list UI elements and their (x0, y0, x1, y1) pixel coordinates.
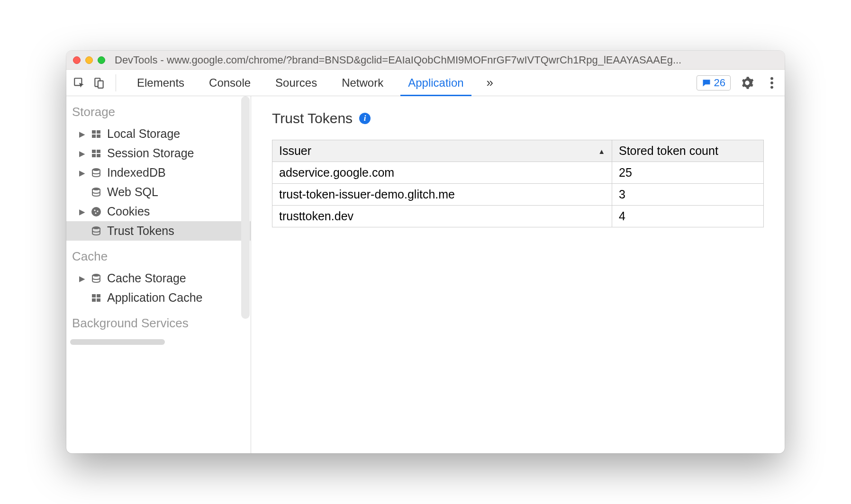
svg-point-17 (94, 209, 95, 211)
tab-application[interactable]: Application (396, 70, 476, 96)
cell-count: 3 (612, 184, 764, 206)
svg-point-4 (770, 81, 773, 84)
sort-caret-icon: ▲ (598, 147, 605, 155)
tabs-overflow-icon[interactable]: » (480, 75, 500, 90)
sidebar-item-cookies[interactable]: ▸Cookies (66, 202, 251, 221)
db-icon (90, 167, 102, 179)
messages-count: 26 (714, 77, 725, 89)
traffic-lights (73, 56, 105, 64)
sidebar-item-label: Session Storage (107, 146, 194, 160)
main-area: Storage▸Local Storage▸Session Storage▸In… (66, 96, 785, 453)
sidebar-section-title: Cache (66, 241, 251, 269)
maximize-window-button[interactable] (98, 56, 105, 64)
column-header[interactable]: Issuer▲ (272, 140, 612, 162)
sidebar-h-scroll[interactable] (70, 339, 247, 348)
cell-issuer: trusttoken.dev (272, 206, 612, 227)
cell-count: 4 (612, 206, 764, 227)
svg-point-15 (92, 188, 100, 190)
messages-badge[interactable]: 26 (697, 75, 731, 90)
panel-content: Trust Tokens i Issuer▲Stored token count… (251, 96, 785, 453)
titlebar: DevTools - www.google.com/chrome/?brand=… (66, 51, 785, 70)
cell-issuer: adservice.google.com (272, 162, 612, 184)
toolbar-separator (116, 74, 116, 91)
column-header[interactable]: Stored token count (612, 140, 764, 162)
svg-rect-25 (97, 298, 100, 302)
sidebar-item-session-storage[interactable]: ▸Session Storage (66, 144, 251, 163)
svg-rect-13 (97, 154, 100, 157)
message-icon (702, 78, 711, 88)
sidebar-item-web-sql[interactable]: Web SQL (66, 182, 251, 202)
device-toggle-icon[interactable] (91, 75, 107, 91)
svg-point-3 (770, 77, 773, 80)
svg-point-20 (92, 226, 100, 229)
table-row[interactable]: trusttoken.dev4 (272, 206, 764, 227)
expand-arrow-icon: ▸ (79, 205, 85, 218)
cell-count: 25 (612, 162, 764, 184)
sidebar-item-label: Cache Storage (107, 271, 186, 285)
sidebar-item-label: Local Storage (107, 127, 180, 141)
more-menu-icon[interactable] (764, 75, 780, 91)
expand-arrow-icon: ▸ (79, 146, 85, 160)
expand-arrow-icon: ▸ (79, 127, 85, 141)
svg-rect-24 (92, 298, 96, 302)
svg-rect-2 (98, 81, 103, 88)
devtools-window: DevTools - www.google.com/chrome/?brand=… (66, 51, 785, 453)
sidebar-scrollbar[interactable] (241, 96, 250, 319)
sidebar-item-cache-storage[interactable]: ▸Cache Storage (66, 269, 251, 288)
tab-network[interactable]: Network (329, 70, 396, 96)
info-icon[interactable]: i (359, 113, 371, 124)
svg-rect-23 (97, 294, 100, 297)
expand-arrow-icon: ▸ (79, 271, 85, 285)
svg-rect-10 (92, 150, 96, 153)
svg-point-21 (92, 274, 100, 277)
table-icon (90, 147, 102, 160)
sidebar-item-label: Application Cache (107, 291, 203, 305)
db-icon (90, 225, 102, 237)
table-row[interactable]: adservice.google.com25 (272, 162, 764, 184)
svg-rect-9 (97, 135, 100, 138)
svg-rect-6 (92, 130, 96, 134)
tab-sources[interactable]: Sources (263, 70, 329, 96)
sidebar-section-title: Background Services (66, 307, 251, 335)
sidebar-item-label: Trust Tokens (107, 224, 174, 238)
tab-console[interactable]: Console (197, 70, 263, 96)
svg-rect-12 (92, 154, 96, 157)
svg-point-14 (92, 168, 100, 171)
panel-tabs: ElementsConsoleSourcesNetworkApplication (125, 70, 476, 96)
inspect-element-icon[interactable] (71, 75, 87, 91)
table-icon (90, 292, 102, 304)
sidebar-item-label: Cookies (107, 205, 150, 218)
close-window-button[interactable] (73, 56, 81, 64)
panel-title: Trust Tokens (272, 110, 353, 126)
svg-rect-7 (97, 130, 100, 134)
svg-point-5 (770, 86, 773, 89)
sidebar: Storage▸Local Storage▸Session Storage▸In… (66, 96, 251, 453)
minimize-window-button[interactable] (85, 56, 93, 64)
panel-title-row: Trust Tokens i (272, 110, 764, 126)
svg-point-16 (91, 207, 101, 216)
window-title: DevTools - www.google.com/chrome/?brand=… (115, 54, 778, 66)
db-icon (90, 272, 102, 285)
table-row[interactable]: trust-token-issuer-demo.glitch.me3 (272, 184, 764, 206)
sidebar-item-trust-tokens[interactable]: Trust Tokens (66, 221, 251, 241)
svg-rect-8 (92, 135, 96, 138)
sidebar-section-title: Storage (66, 96, 251, 124)
sidebar-item-indexeddb[interactable]: ▸IndexedDB (66, 163, 251, 182)
expand-arrow-icon: ▸ (79, 166, 85, 180)
tab-elements[interactable]: Elements (125, 70, 197, 96)
svg-point-18 (97, 210, 98, 212)
sidebar-item-label: IndexedDB (107, 166, 166, 180)
devtools-toolbar: ElementsConsoleSourcesNetworkApplication… (66, 70, 785, 96)
sidebar-item-local-storage[interactable]: ▸Local Storage (66, 124, 251, 144)
cell-issuer: trust-token-issuer-demo.glitch.me (272, 184, 612, 206)
settings-gear-icon[interactable] (739, 75, 755, 91)
table-icon (90, 128, 102, 140)
toolbar-right: 26 (697, 75, 780, 91)
sidebar-item-label: Web SQL (107, 185, 158, 199)
db-icon (90, 186, 102, 198)
sidebar-item-application-cache[interactable]: Application Cache (66, 288, 251, 307)
svg-rect-22 (92, 294, 96, 297)
svg-point-19 (95, 212, 96, 214)
cookie-icon (90, 206, 102, 218)
svg-rect-11 (97, 150, 100, 153)
